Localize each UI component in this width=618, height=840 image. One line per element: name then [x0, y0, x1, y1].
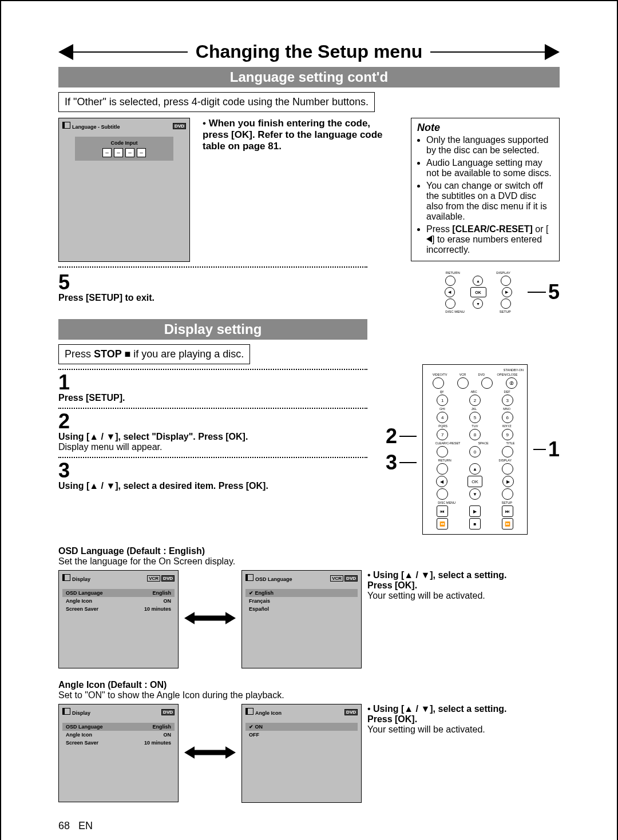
menu-icon	[62, 122, 70, 129]
mid-instruction: • When you finish entering the code, pre…	[203, 118, 398, 152]
display-menu-screen-2: Display DVD OSD LanguageEnglish Angle Ic…	[58, 704, 179, 802]
osd-instruction: • Using [▲ / ▼], select a setting. Press…	[367, 570, 510, 601]
note-item: You can change or switch off the subtitl…	[426, 181, 553, 222]
setup-button[interactable]	[501, 298, 511, 309]
disc-menu-button[interactable]	[445, 298, 455, 309]
title-rule	[430, 51, 545, 53]
menu-icon	[245, 574, 253, 581]
remote-nav-cluster: RETURNDISPLAY ▲ ◀OK▶ ▼ DISC MENUSETUP	[437, 270, 520, 314]
display-menu-screen: Display VCRDVD OSD LanguageEnglish Angle…	[58, 570, 179, 668]
up-button[interactable]: ▲	[473, 276, 483, 286]
menu-screen-code-input: Language - Subtitle DVD Code Input – – –…	[58, 118, 190, 262]
instruction-box: Press STOP ■ if you are playing a disc.	[58, 344, 250, 364]
step-number-2: 2	[58, 411, 374, 432]
left-arrow-icon	[426, 236, 432, 242]
callout-2: 2	[386, 424, 397, 448]
svg-marker-1	[184, 746, 236, 759]
osd-heading: OSD Language (Default : English)	[58, 546, 205, 556]
instruction-box: If "Other" is selected, press 4-digit co…	[58, 92, 375, 112]
section-bar-display: Display setting	[58, 319, 367, 340]
step-number-3: 3	[58, 460, 374, 481]
step-number-1: 1	[58, 372, 374, 393]
section-bar-language: Language setting cont'd	[58, 67, 560, 87]
return-button[interactable]	[445, 276, 455, 286]
double-arrow-icon	[184, 744, 236, 763]
note-item: Only the languages supported by the disc…	[426, 135, 553, 156]
menu-icon	[62, 708, 70, 715]
callout-1: 1	[548, 437, 560, 461]
page-title: Changing the Setup menu	[188, 41, 430, 62]
angle-heading: Angle Icon (Default : ON)	[58, 680, 167, 690]
title-arrow-left-icon	[58, 44, 73, 60]
osd-language-screen: OSD Language VCRDVD English Français Esp…	[241, 570, 362, 668]
page-footer: 68 EN	[58, 820, 560, 832]
remote-full-diagram: STANDBY-ON VIDEO/TV VCR DVD OPEN/CLOSE ⦿…	[422, 364, 528, 535]
left-button[interactable]: ◀	[445, 287, 455, 297]
down-button[interactable]: ▼	[473, 298, 483, 309]
angle-instruction: • Using [▲ / ▼], select a setting. Press…	[367, 704, 510, 735]
ok-button[interactable]: OK	[470, 287, 486, 297]
title-arrow-right-icon	[545, 44, 560, 60]
note-item: Audio Language setting may not be availa…	[426, 158, 553, 178]
code-input-block: Code Input – – – –	[75, 137, 173, 161]
display-button[interactable]	[501, 276, 511, 286]
title-rule	[73, 51, 188, 53]
note-box: Note Only the languages supported by the…	[411, 118, 560, 261]
double-arrow-icon	[184, 610, 236, 629]
menu-icon	[62, 574, 70, 581]
angle-icon-screen: Angle Icon DVD ON OFF	[241, 704, 362, 803]
callout-3: 3	[386, 451, 397, 475]
svg-marker-0	[184, 612, 236, 624]
callout-5: 5	[548, 280, 560, 304]
note-item: Press [CLEAR/C-RESET] or [] to erase num…	[426, 224, 553, 255]
menu-icon	[245, 708, 253, 715]
step-number-5: 5	[58, 272, 431, 293]
right-button[interactable]: ▶	[502, 287, 512, 297]
